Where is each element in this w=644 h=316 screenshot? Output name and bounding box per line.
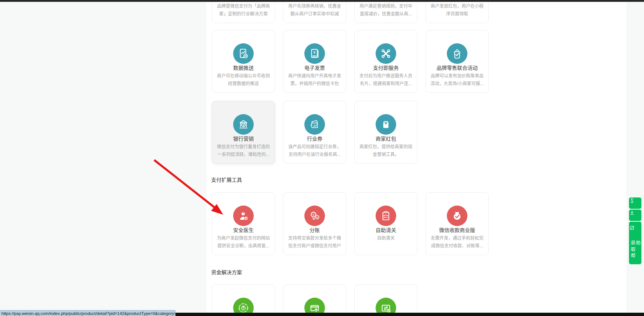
wallet-transfer-icon — [380, 302, 392, 314]
product-description: 无需开发，通过手机轻松完成微信支付收款、对账等... — [426, 235, 488, 250]
product-description: 用户先领券再核销，优惠金额从商户订单实收中扣减 — [283, 3, 346, 18]
product-description: 该产品可创建指定行业券，支持用户在该行业报名商... — [283, 143, 346, 159]
product-card[interactable]: ¥ 银行营销 微信支付为银行量身打造的一系列促活跃、增粘性的... — [212, 101, 275, 164]
link-icon — [629, 197, 641, 209]
product-title: 支付即服务 — [355, 65, 417, 71]
product-icon-circle — [447, 43, 467, 64]
product-card[interactable]: ¥ ¥ 分账 支持将交易款分发给多个微信支付商户或微信支付用户 — [283, 192, 346, 255]
product-description: 商家红包，提供给商家的现金营销工具。 — [355, 143, 417, 159]
product-card[interactable]: 商户发放红包，用户在小程序页面领取 — [426, 0, 489, 23]
e-invoice-icon: ¥ — [308, 47, 321, 60]
window-top-edge — [0, 0, 644, 2]
product-title: 自助清关 — [355, 227, 417, 233]
industry-coupon-icon — [308, 118, 321, 131]
product-card[interactable]: 行业券 该产品可创建指定行业券，支持用户在该行业报名商... — [283, 101, 346, 164]
product-title: 分账 — [283, 227, 346, 233]
product-icon-circle — [233, 43, 254, 64]
product-card[interactable]: 用户满足营销规则，支付中直接减价，优惠金额从商... — [354, 0, 417, 23]
brand-retail-icon — [451, 47, 463, 60]
product-card[interactable]: 用户先领券再核销，优惠金额从商户订单实收中扣减 — [283, 0, 346, 23]
section-title: 支付扩展工具 — [211, 177, 242, 183]
product-icon-circle — [304, 114, 325, 135]
product-description: 自助清关 — [355, 235, 417, 242]
status-url-tooltip: https://pay.weixin.qq.com/index.php/publ… — [0, 310, 176, 316]
product-icon-circle — [233, 206, 254, 226]
product-title: 电子发票 — [283, 65, 346, 71]
product-card[interactable]: 数据推送 商户可在移动端公众号收到经营数据的推送 — [212, 30, 275, 93]
help-toolbar: 获取帮助 — [629, 197, 641, 264]
svg-text:¥: ¥ — [312, 213, 315, 217]
share-link-button[interactable] — [629, 197, 641, 209]
product-title: 微信收款商业版 — [426, 227, 488, 233]
split-payment-icon: ¥ ¥ — [308, 210, 321, 222]
svg-text:¥: ¥ — [316, 216, 318, 219]
fund-cycle-icon: ¥ — [237, 302, 250, 314]
product-icon-circle: ¥ — [304, 43, 325, 64]
svg-text:¥: ¥ — [243, 307, 244, 309]
self-clearance-icon — [380, 210, 392, 222]
download-icon — [629, 210, 641, 221]
wechat-collect-icon — [451, 210, 463, 222]
svg-text:¥: ¥ — [313, 50, 316, 55]
product-description: 微信支付为银行量身打造的一系列促活跃、增粘性的... — [212, 143, 275, 159]
edit-icon — [629, 225, 641, 236]
product-card[interactable]: 支付即服务 支付后为用户推送服务人员名片，搭建商家和用户连... — [354, 30, 417, 93]
product-description: 为商户发起微信支付的网站提供安全诊断，出具修复... — [212, 235, 275, 250]
product-description: 品牌可以发布加价购等单品活动，大卖场/小商家可报... — [426, 72, 488, 88]
product-card[interactable]: 安全医生 为商户发起微信支付的网站提供安全诊断，出具修复... — [212, 192, 275, 255]
product-card[interactable]: ¥ — [212, 284, 275, 316]
product-description: 用户满足营销规则，支付中直接减价，优惠金额从商... — [355, 3, 417, 18]
svg-text:¥: ¥ — [242, 123, 245, 127]
data-push-icon — [237, 47, 250, 60]
product-card[interactable]: ¥ 电子发票 商户快速向用户开具电子发票，并插用户的微信卡包 — [283, 30, 346, 93]
product-icon-circle — [376, 114, 396, 135]
product-description: 商户快速向用户开具电子发票，并插用户的微信卡包 — [283, 72, 346, 88]
product-description: 商户发放红包，用户在小程序页面领取 — [426, 3, 488, 18]
product-title: 商家红包 — [355, 135, 417, 142]
product-title: 银行营销 — [212, 135, 275, 142]
product-description: 支付后为用户推送服务人员名片，搭建商家和用户连... — [355, 72, 417, 88]
pay-as-service-icon — [380, 47, 392, 60]
product-icon-circle — [376, 206, 396, 226]
get-help-label: 获取帮助 — [630, 240, 640, 264]
product-card[interactable]: 品牌零售联合活动 品牌可以发布加价购等单品活动，大卖场/小商家可报... — [426, 30, 489, 93]
product-icon-circle: ¥ ¥ — [304, 206, 325, 226]
section-title: 资金解决方案 — [211, 269, 242, 276]
product-grid: 品牌是微信支付为「品牌商家」定制的行业解决方案 用户先领券再核销，优惠金额从商户… — [0, 0, 644, 316]
security-doctor-icon — [237, 210, 250, 222]
product-icon-circle — [447, 206, 467, 226]
product-card[interactable] — [283, 284, 346, 316]
product-card[interactable] — [354, 284, 417, 316]
product-card[interactable]: 自助清关 自助清关 — [354, 192, 417, 255]
product-description: 品牌是微信支付为「品牌商家」定制的行业解决方案 — [212, 3, 275, 18]
merchant-redpacket-icon — [380, 118, 392, 131]
product-icon-circle: ¥ — [233, 114, 254, 135]
card-up-icon — [308, 302, 321, 314]
product-title: 品牌零售联合活动 — [426, 65, 488, 71]
get-help-button[interactable]: 获取帮助 — [629, 222, 641, 264]
product-title: 行业券 — [283, 135, 346, 142]
bank-marketing-icon: ¥ — [237, 118, 250, 131]
product-title: 数据推送 — [212, 65, 275, 71]
product-description: 商户可在移动端公众号收到经营数据的推送 — [212, 72, 275, 88]
product-card[interactable]: 微信收款商业版 无需开发，通过手机轻松完成微信支付收款、对账等... — [426, 192, 489, 255]
product-card[interactable]: 品牌是微信支付为「品牌商家」定制的行业解决方案 — [212, 0, 275, 23]
download-button[interactable] — [629, 210, 641, 221]
product-icon-circle — [376, 43, 396, 64]
product-card[interactable]: 商家红包 商家红包，提供给商家的现金营销工具。 — [354, 101, 417, 164]
product-title: 安全医生 — [212, 227, 275, 233]
product-description: 支持将交易款分发给多个微信支付商户或微信支付用户 — [283, 235, 346, 250]
wechat-pay-products-page: 品牌是微信支付为「品牌商家」定制的行业解决方案 用户先领券再核销，优惠金额从商户… — [0, 0, 644, 316]
